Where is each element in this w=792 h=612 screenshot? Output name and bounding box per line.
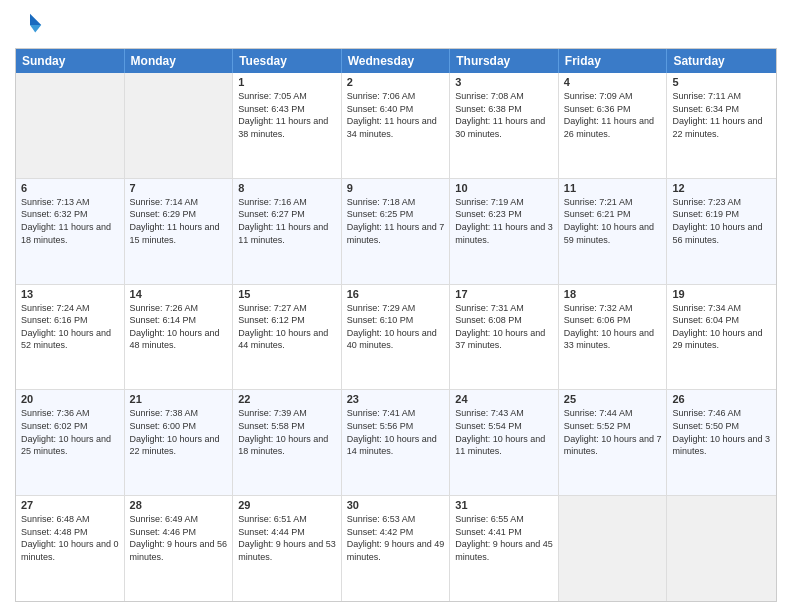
day-cell: 17Sunrise: 7:31 AM Sunset: 6:08 PM Dayli… (450, 285, 559, 390)
day-number: 4 (564, 76, 662, 88)
day-cell: 23Sunrise: 7:41 AM Sunset: 5:56 PM Dayli… (342, 390, 451, 495)
day-number: 17 (455, 288, 553, 300)
day-info: Sunrise: 7:26 AM Sunset: 6:14 PM Dayligh… (130, 302, 228, 352)
day-info: Sunrise: 7:39 AM Sunset: 5:58 PM Dayligh… (238, 407, 336, 457)
day-info: Sunrise: 7:43 AM Sunset: 5:54 PM Dayligh… (455, 407, 553, 457)
day-info: Sunrise: 7:08 AM Sunset: 6:38 PM Dayligh… (455, 90, 553, 140)
logo (15, 10, 49, 40)
day-info: Sunrise: 6:48 AM Sunset: 4:48 PM Dayligh… (21, 513, 119, 563)
day-number: 14 (130, 288, 228, 300)
day-number: 29 (238, 499, 336, 511)
day-number: 12 (672, 182, 771, 194)
header (15, 10, 777, 40)
day-number: 31 (455, 499, 553, 511)
svg-marker-1 (30, 25, 41, 33)
day-number: 19 (672, 288, 771, 300)
day-cell: 9Sunrise: 7:18 AM Sunset: 6:25 PM Daylig… (342, 179, 451, 284)
day-number: 22 (238, 393, 336, 405)
day-cell: 11Sunrise: 7:21 AM Sunset: 6:21 PM Dayli… (559, 179, 668, 284)
day-info: Sunrise: 7:19 AM Sunset: 6:23 PM Dayligh… (455, 196, 553, 246)
day-cell: 12Sunrise: 7:23 AM Sunset: 6:19 PM Dayli… (667, 179, 776, 284)
day-number: 28 (130, 499, 228, 511)
day-number: 13 (21, 288, 119, 300)
day-number: 18 (564, 288, 662, 300)
day-cell (16, 73, 125, 178)
day-number: 1 (238, 76, 336, 88)
day-number: 27 (21, 499, 119, 511)
day-cell: 30Sunrise: 6:53 AM Sunset: 4:42 PM Dayli… (342, 496, 451, 601)
day-header-thursday: Thursday (450, 49, 559, 73)
week-row-5: 27Sunrise: 6:48 AM Sunset: 4:48 PM Dayli… (16, 495, 776, 601)
day-cell: 1Sunrise: 7:05 AM Sunset: 6:43 PM Daylig… (233, 73, 342, 178)
day-number: 10 (455, 182, 553, 194)
day-number: 11 (564, 182, 662, 194)
day-number: 23 (347, 393, 445, 405)
day-cell: 14Sunrise: 7:26 AM Sunset: 6:14 PM Dayli… (125, 285, 234, 390)
day-number: 7 (130, 182, 228, 194)
day-number: 20 (21, 393, 119, 405)
day-cell: 6Sunrise: 7:13 AM Sunset: 6:32 PM Daylig… (16, 179, 125, 284)
day-cell: 20Sunrise: 7:36 AM Sunset: 6:02 PM Dayli… (16, 390, 125, 495)
day-cell: 22Sunrise: 7:39 AM Sunset: 5:58 PM Dayli… (233, 390, 342, 495)
day-info: Sunrise: 7:36 AM Sunset: 6:02 PM Dayligh… (21, 407, 119, 457)
calendar: SundayMondayTuesdayWednesdayThursdayFrid… (15, 48, 777, 602)
day-header-saturday: Saturday (667, 49, 776, 73)
day-number: 30 (347, 499, 445, 511)
day-info: Sunrise: 7:27 AM Sunset: 6:12 PM Dayligh… (238, 302, 336, 352)
day-header-tuesday: Tuesday (233, 49, 342, 73)
day-number: 25 (564, 393, 662, 405)
day-number: 16 (347, 288, 445, 300)
day-info: Sunrise: 7:13 AM Sunset: 6:32 PM Dayligh… (21, 196, 119, 246)
day-number: 9 (347, 182, 445, 194)
day-cell: 19Sunrise: 7:34 AM Sunset: 6:04 PM Dayli… (667, 285, 776, 390)
week-row-3: 13Sunrise: 7:24 AM Sunset: 6:16 PM Dayli… (16, 284, 776, 390)
day-info: Sunrise: 7:24 AM Sunset: 6:16 PM Dayligh… (21, 302, 119, 352)
day-cell: 18Sunrise: 7:32 AM Sunset: 6:06 PM Dayli… (559, 285, 668, 390)
day-number: 21 (130, 393, 228, 405)
day-number: 24 (455, 393, 553, 405)
page: SundayMondayTuesdayWednesdayThursdayFrid… (0, 0, 792, 612)
week-row-4: 20Sunrise: 7:36 AM Sunset: 6:02 PM Dayli… (16, 389, 776, 495)
day-cell: 10Sunrise: 7:19 AM Sunset: 6:23 PM Dayli… (450, 179, 559, 284)
day-cell: 16Sunrise: 7:29 AM Sunset: 6:10 PM Dayli… (342, 285, 451, 390)
day-info: Sunrise: 7:21 AM Sunset: 6:21 PM Dayligh… (564, 196, 662, 246)
day-cell: 8Sunrise: 7:16 AM Sunset: 6:27 PM Daylig… (233, 179, 342, 284)
day-cell: 7Sunrise: 7:14 AM Sunset: 6:29 PM Daylig… (125, 179, 234, 284)
day-info: Sunrise: 7:34 AM Sunset: 6:04 PM Dayligh… (672, 302, 771, 352)
day-cell: 28Sunrise: 6:49 AM Sunset: 4:46 PM Dayli… (125, 496, 234, 601)
logo-icon (15, 10, 45, 40)
day-cell: 15Sunrise: 7:27 AM Sunset: 6:12 PM Dayli… (233, 285, 342, 390)
day-cell: 25Sunrise: 7:44 AM Sunset: 5:52 PM Dayli… (559, 390, 668, 495)
day-cell: 3Sunrise: 7:08 AM Sunset: 6:38 PM Daylig… (450, 73, 559, 178)
day-info: Sunrise: 6:51 AM Sunset: 4:44 PM Dayligh… (238, 513, 336, 563)
day-info: Sunrise: 7:38 AM Sunset: 6:00 PM Dayligh… (130, 407, 228, 457)
day-cell: 21Sunrise: 7:38 AM Sunset: 6:00 PM Dayli… (125, 390, 234, 495)
day-header-wednesday: Wednesday (342, 49, 451, 73)
day-cell: 31Sunrise: 6:55 AM Sunset: 4:41 PM Dayli… (450, 496, 559, 601)
day-cell: 2Sunrise: 7:06 AM Sunset: 6:40 PM Daylig… (342, 73, 451, 178)
day-info: Sunrise: 7:14 AM Sunset: 6:29 PM Dayligh… (130, 196, 228, 246)
day-cell: 29Sunrise: 6:51 AM Sunset: 4:44 PM Dayli… (233, 496, 342, 601)
day-info: Sunrise: 7:06 AM Sunset: 6:40 PM Dayligh… (347, 90, 445, 140)
day-info: Sunrise: 6:53 AM Sunset: 4:42 PM Dayligh… (347, 513, 445, 563)
day-number: 26 (672, 393, 771, 405)
day-number: 2 (347, 76, 445, 88)
week-row-2: 6Sunrise: 7:13 AM Sunset: 6:32 PM Daylig… (16, 178, 776, 284)
day-info: Sunrise: 7:11 AM Sunset: 6:34 PM Dayligh… (672, 90, 771, 140)
day-number: 15 (238, 288, 336, 300)
day-info: Sunrise: 7:46 AM Sunset: 5:50 PM Dayligh… (672, 407, 771, 457)
svg-marker-0 (30, 14, 41, 25)
day-number: 6 (21, 182, 119, 194)
day-cell: 24Sunrise: 7:43 AM Sunset: 5:54 PM Dayli… (450, 390, 559, 495)
day-header-sunday: Sunday (16, 49, 125, 73)
weeks: 1Sunrise: 7:05 AM Sunset: 6:43 PM Daylig… (16, 73, 776, 601)
day-cell: 27Sunrise: 6:48 AM Sunset: 4:48 PM Dayli… (16, 496, 125, 601)
day-cell: 13Sunrise: 7:24 AM Sunset: 6:16 PM Dayli… (16, 285, 125, 390)
day-info: Sunrise: 7:16 AM Sunset: 6:27 PM Dayligh… (238, 196, 336, 246)
day-cell: 5Sunrise: 7:11 AM Sunset: 6:34 PM Daylig… (667, 73, 776, 178)
day-info: Sunrise: 7:44 AM Sunset: 5:52 PM Dayligh… (564, 407, 662, 457)
day-info: Sunrise: 6:49 AM Sunset: 4:46 PM Dayligh… (130, 513, 228, 563)
day-info: Sunrise: 7:18 AM Sunset: 6:25 PM Dayligh… (347, 196, 445, 246)
day-header-friday: Friday (559, 49, 668, 73)
day-number: 3 (455, 76, 553, 88)
